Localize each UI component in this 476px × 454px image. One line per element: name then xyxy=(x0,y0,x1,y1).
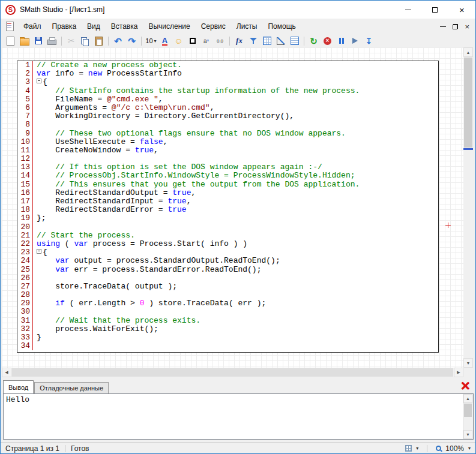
line-number: 4 xyxy=(17,87,33,95)
insert-function-button[interactable]: fx xyxy=(233,35,246,47)
code-text: if ( err.Length > 0 ) store.TraceData( e… xyxy=(33,299,266,308)
copy-icon xyxy=(81,37,89,45)
code-line: 31 // Wait that the process exits. xyxy=(17,317,438,325)
scroll-position-marker xyxy=(463,148,473,150)
print-button[interactable] xyxy=(46,35,58,47)
highlight-color-button[interactable]: ☺ xyxy=(172,35,185,47)
decimals-button[interactable]: 0.0 xyxy=(214,35,226,47)
toolbar-separator xyxy=(61,37,62,46)
open-button[interactable] xyxy=(18,35,31,47)
code-line: 22using ( var process = Process.Start( i… xyxy=(17,240,438,248)
code-text xyxy=(33,308,37,316)
print-icon xyxy=(47,40,56,45)
code-line: 14 // ProcessObj.StartInfo.WindowStyle =… xyxy=(17,172,438,180)
redo-icon: ↷ xyxy=(128,37,136,46)
new-document-button[interactable] xyxy=(4,35,17,47)
debug-button[interactable]: ↧ xyxy=(363,35,375,47)
code-line: 33} xyxy=(17,333,438,342)
funnel-icon xyxy=(250,37,257,44)
toolbar-separator xyxy=(229,37,230,46)
hscroll-thumb[interactable] xyxy=(12,368,453,377)
mdi-close-button[interactable]: × xyxy=(465,22,469,31)
code-text: RedirectStandardInput = true, xyxy=(33,197,191,206)
units-button[interactable]: a xyxy=(200,35,212,47)
interrupt-button[interactable]: × xyxy=(321,35,334,47)
mdi-minimize-button[interactable] xyxy=(440,26,446,27)
redo-button[interactable]: ↷ xyxy=(125,35,138,47)
code-text: { xyxy=(33,78,47,86)
output-text[interactable]: Hello xyxy=(6,395,29,404)
pause-button[interactable] xyxy=(335,35,348,47)
zoom-caret-icon[interactable]: ▾ xyxy=(468,446,471,451)
app-window: S SMath Studio - [Лист1.sm] × ФайлПравка… xyxy=(0,0,476,454)
copy-button[interactable] xyxy=(79,35,91,47)
close-button[interactable]: × xyxy=(448,1,475,19)
line-number: 23 xyxy=(17,248,33,257)
code-text: var err = process.StandardError.ReadToEn… xyxy=(33,266,261,274)
menu-file[interactable]: Файл xyxy=(18,20,47,33)
code-line: 32 process.WaitForExit(); xyxy=(17,325,438,333)
code-text: using ( var process = Process.Start( inf… xyxy=(33,240,247,248)
zoom-icon xyxy=(436,446,441,451)
cut-button[interactable]: ✂ xyxy=(65,35,77,47)
zoom-level[interactable]: 100% xyxy=(445,444,464,453)
code-line: 28 xyxy=(17,291,438,299)
scroll-right-button[interactable]: ▶ xyxy=(454,368,463,377)
output-vscrollbar[interactable]: ▲ ▼ xyxy=(463,394,473,439)
minimize-button[interactable] xyxy=(394,1,421,19)
paste-button[interactable] xyxy=(92,35,105,47)
insert-table-button[interactable] xyxy=(288,35,301,47)
undo-icon: ↶ xyxy=(114,37,122,46)
output-scroll-up-button[interactable]: ▲ xyxy=(463,394,472,403)
menu-sheets[interactable]: Листы xyxy=(231,20,263,33)
menu-help[interactable]: Помощь xyxy=(262,20,301,33)
font-color-button[interactable]: A xyxy=(158,35,171,47)
line-number: 10 xyxy=(17,138,33,146)
grid-view-caret-icon[interactable]: ▾ xyxy=(416,446,418,451)
tab-debug-data[interactable]: Отладочные данные xyxy=(34,382,109,393)
menu-tools[interactable]: Сервис xyxy=(196,20,231,33)
close-output-panel-button[interactable]: × xyxy=(459,380,472,393)
code-line: 12 xyxy=(17,155,438,163)
code-line: 26 xyxy=(17,274,438,282)
scroll-up-button[interactable]: ▲ xyxy=(463,47,473,57)
output-scroll-down-button[interactable]: ▼ xyxy=(463,430,472,439)
line-number: 6 xyxy=(17,104,33,112)
vscroll-thumb[interactable] xyxy=(464,58,472,148)
insert-plot-button[interactable] xyxy=(274,35,287,47)
csharp-code-region[interactable]: 1// Create a new process object.2var inf… xyxy=(17,61,439,353)
font-size-select[interactable]: 10▾ xyxy=(145,35,157,47)
border-button[interactable] xyxy=(186,35,199,47)
document-icon[interactable] xyxy=(6,22,14,31)
menu-insert[interactable]: Вставка xyxy=(106,20,143,33)
save-button[interactable] xyxy=(32,35,44,47)
window-title: SMath Studio - [Лист1.sm] xyxy=(20,5,104,14)
line-number: 32 xyxy=(17,325,33,333)
menu-calculation[interactable]: Вычисление xyxy=(143,20,195,33)
code-line: 16 RedirectStandardOutput = true, xyxy=(17,189,438,197)
code-line: 34 xyxy=(17,342,438,350)
filter-button[interactable] xyxy=(247,35,259,47)
border-icon xyxy=(190,38,196,44)
menu-view[interactable]: Вид xyxy=(82,20,106,33)
function-icon: fx xyxy=(236,36,243,46)
maximize-button[interactable] xyxy=(421,1,448,19)
recalculate-button[interactable]: ↻ xyxy=(307,35,320,47)
worksheet-hscrollbar[interactable]: ◀ ▶ xyxy=(2,368,463,377)
undo-button[interactable]: ↶ xyxy=(112,35,124,47)
line-number: 18 xyxy=(17,206,33,214)
menu-edit[interactable]: Правка xyxy=(47,20,82,33)
worksheet[interactable]: 1// Create a new process object.2var inf… xyxy=(2,47,463,368)
worksheet-vscrollbar[interactable]: ▲ ▼ xyxy=(463,47,473,368)
scroll-down-button[interactable]: ▼ xyxy=(463,358,473,368)
tab-output[interactable]: Вывод xyxy=(3,380,34,393)
insert-matrix-button[interactable] xyxy=(261,35,273,47)
scroll-left-button[interactable]: ◀ xyxy=(2,368,11,377)
mdi-restore-button[interactable] xyxy=(453,24,458,29)
output-vscroll-thumb[interactable] xyxy=(464,404,472,417)
refresh-icon: ↻ xyxy=(310,37,318,46)
grid-view-icon[interactable] xyxy=(405,445,412,452)
run-button[interactable] xyxy=(349,35,361,47)
fold-marker-icon[interactable] xyxy=(37,79,41,83)
fold-marker-icon[interactable] xyxy=(37,249,41,254)
